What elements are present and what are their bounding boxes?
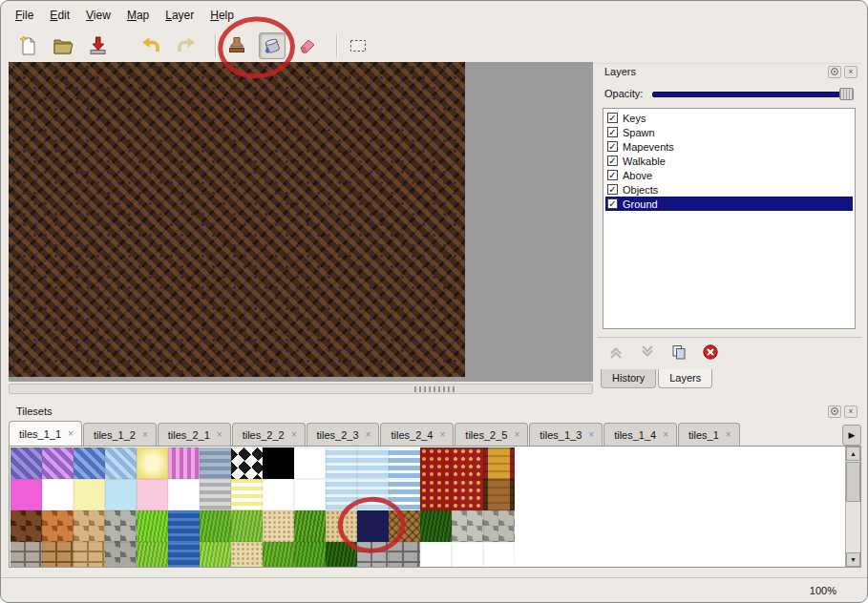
save-button[interactable] [85,32,112,59]
palette-tile[interactable] [263,542,294,568]
close-tab-icon[interactable]: × [726,430,731,440]
map-horizontal-scrollbar[interactable] [9,384,593,394]
eraser-tool-button[interactable] [294,32,321,59]
palette-tile[interactable] [483,479,515,510]
palette-tile[interactable] [294,479,326,510]
palette-tile[interactable] [137,479,168,510]
palette-tile[interactable] [357,510,389,542]
palette-vertical-scrollbar[interactable]: ▲ ▼ [845,447,860,567]
rect-select-tool-button[interactable] [345,32,371,59]
palette-tile[interactable] [137,447,168,479]
palette-tile[interactable] [389,479,420,510]
palette-tile[interactable] [168,542,200,568]
tileset-tab-tiles_1_4[interactable]: tiles_1_4× [603,423,677,446]
close-tab-icon[interactable]: × [514,430,519,440]
fill-tool-button[interactable] [259,32,286,59]
tileset-tab-tiles_1_3[interactable]: tiles_1_3× [529,423,603,446]
palette-tile[interactable] [326,479,357,510]
palette-tile[interactable] [11,479,42,510]
layer-row-keys[interactable]: ✓Keys [605,111,853,125]
palette-tile[interactable] [42,447,74,479]
palette-tile[interactable] [42,510,74,542]
palette-tile[interactable] [231,510,263,542]
palette-tile[interactable] [326,447,357,479]
palette-tile[interactable] [11,510,42,542]
palette-tile[interactable] [74,510,105,542]
layer-visibility-checkbox[interactable]: ✓ [607,127,618,137]
palette-tile[interactable] [389,510,420,542]
palette-tile[interactable] [200,510,231,542]
float-panel-button[interactable] [828,66,841,78]
palette-tile[interactable] [294,542,326,568]
palette-tile[interactable] [168,447,200,479]
tab-layers[interactable]: Layers [658,369,712,388]
palette-tile[interactable] [483,447,515,479]
palette-tile[interactable] [483,510,515,542]
palette-tile[interactable] [105,479,137,510]
layer-row-spawn[interactable]: ✓Spawn [605,125,853,139]
layer-row-walkable[interactable]: ✓Walkable [605,154,853,168]
palette-tile[interactable] [231,542,263,568]
layer-visibility-checkbox[interactable]: ✓ [607,198,618,209]
layer-visibility-checkbox[interactable]: ✓ [607,156,618,166]
palette-tile[interactable] [105,542,137,568]
palette-tile[interactable] [357,479,389,510]
close-tab-icon[interactable]: × [291,430,297,440]
palette-tile[interactable] [452,447,483,479]
palette-tile[interactable] [105,510,137,542]
palette-tile[interactable] [200,447,231,479]
duplicate-layer-button[interactable] [669,343,688,362]
palette-tile[interactable] [42,542,74,568]
close-tab-icon[interactable]: × [663,430,668,440]
tileset-tab-tiles_1[interactable]: tiles_1× [678,423,740,446]
palette-tile[interactable] [74,479,105,510]
close-tab-icon[interactable]: × [142,430,148,440]
raise-layer-button[interactable] [606,343,625,362]
close-tilesets-button[interactable]: × [844,405,857,418]
layer-row-mapevents[interactable]: ✓Mapevents [605,139,853,154]
tab-scroll-right-button[interactable]: ▶ [842,425,861,446]
tileset-tab-tiles_2_5[interactable]: tiles_2_5× [455,423,528,446]
open-button[interactable] [50,32,76,59]
palette-tile[interactable] [420,510,452,542]
menu-item-edit[interactable]: Edit [43,6,76,25]
palette-tile[interactable] [357,447,389,479]
undo-button[interactable] [138,32,164,59]
scrollbar-grip[interactable] [414,386,455,392]
palette-tile[interactable] [452,510,483,542]
palette-tile[interactable] [263,479,294,510]
palette-tile[interactable] [105,447,137,479]
menu-item-layer[interactable]: Layer [159,6,201,25]
palette-tile[interactable] [357,542,389,568]
scroll-down-button[interactable]: ▼ [846,552,860,567]
tileset-tab-tiles_1_1[interactable]: tiles_1_1× [9,421,82,446]
menu-item-view[interactable]: View [79,6,117,25]
palette-tile[interactable] [420,479,452,510]
layer-visibility-checkbox[interactable]: ✓ [607,141,618,152]
float-tilesets-button[interactable] [828,405,841,418]
palette-tile[interactable] [326,542,357,568]
menu-item-help[interactable]: Help [203,6,241,25]
close-tab-icon[interactable]: × [588,430,594,440]
layer-visibility-checkbox[interactable]: ✓ [607,113,618,123]
palette-tile[interactable] [452,479,483,510]
layer-row-ground[interactable]: ✓Ground [605,197,853,211]
palette-tile[interactable] [452,542,483,568]
new-file-button[interactable] [14,32,41,59]
palette-tile[interactable] [389,542,420,568]
tileset-tab-tiles_2_1[interactable]: tiles_2_1× [158,423,231,446]
tileset-tab-tiles_1_2[interactable]: tiles_1_2× [83,423,157,446]
palette-tile[interactable] [294,510,326,542]
close-tab-icon[interactable]: × [440,430,446,440]
tab-history[interactable]: History [601,369,656,388]
layer-row-above[interactable]: ✓Above [605,168,853,182]
opacity-slider[interactable] [652,87,854,101]
lower-layer-button[interactable] [638,343,657,362]
palette-tile[interactable] [294,447,326,479]
layer-row-objects[interactable]: ✓Objects [605,182,853,197]
palette-tile[interactable] [11,447,42,479]
redo-button[interactable] [173,32,200,59]
palette-tile[interactable] [326,510,357,542]
palette-tile[interactable] [168,479,200,510]
close-tab-icon[interactable]: × [366,430,371,440]
